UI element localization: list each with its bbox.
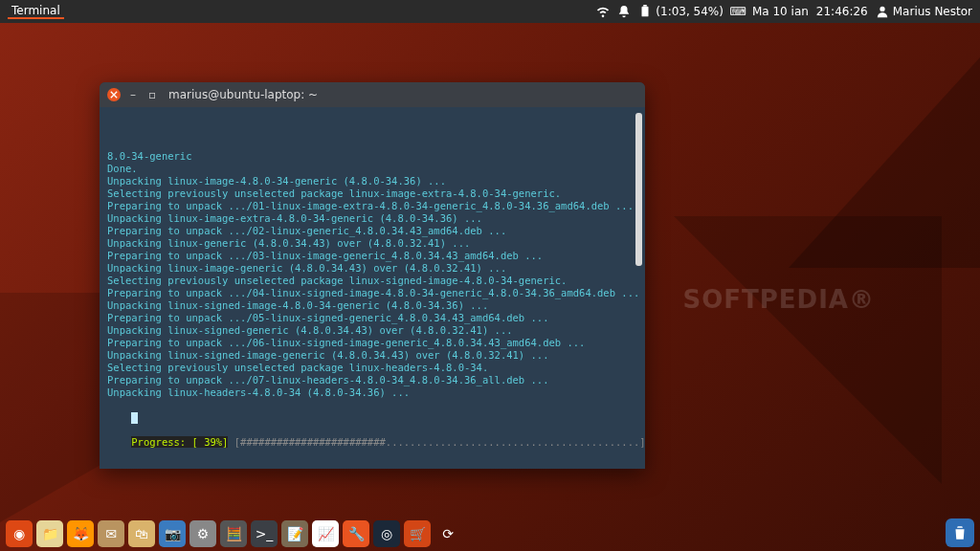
dock-firefox[interactable]: 🦊 xyxy=(67,520,94,547)
dock-terminal[interactable]: >_ xyxy=(251,520,278,547)
bell-icon xyxy=(617,5,631,18)
dock-updates[interactable]: ⟳ xyxy=(434,520,461,547)
terminal-line: Preparing to unpack .../02-linux-generic… xyxy=(107,225,632,237)
window-title: marius@ubuntu-laptop: ~ xyxy=(168,88,318,101)
terminal-line: Preparing to unpack .../01-linux-image-e… xyxy=(107,200,632,212)
dock-steam[interactable]: ◎ xyxy=(373,520,400,547)
dock-software[interactable]: 🛒 xyxy=(404,520,431,547)
window-maximize-button[interactable]: ▫ xyxy=(145,88,159,101)
terminal-window[interactable]: – ▫ marius@ubuntu-laptop: ~ 8.0-34-gener… xyxy=(100,82,645,469)
terminal-line: Unpacking linux-image-extra-4.8.0-34-gen… xyxy=(107,212,632,225)
user-menu[interactable]: Marius Nestor xyxy=(876,5,972,18)
terminal-line: Unpacking linux-signed-image-4.8.0-34-ge… xyxy=(107,299,632,312)
terminal-line: Preparing to unpack .../07-linux-headers… xyxy=(107,374,632,386)
battery-text: (1:03, 54%) xyxy=(656,5,724,18)
terminal-line: Selecting previously unselected package … xyxy=(107,187,632,200)
dock-system-monitor[interactable]: 📈 xyxy=(312,520,339,547)
terminal-output[interactable]: 8.0-34-genericDone.Unpacking linux-image… xyxy=(100,107,645,469)
trash-button[interactable] xyxy=(946,518,974,547)
battery-indicator[interactable]: (1:03, 54%) xyxy=(638,5,724,18)
window-titlebar[interactable]: – ▫ marius@ubuntu-laptop: ~ xyxy=(100,82,645,107)
dock-files[interactable]: 📁 xyxy=(36,520,63,547)
terminal-line: 8.0-34-generic xyxy=(107,150,632,163)
svg-rect-0 xyxy=(642,7,649,17)
terminal-line: Preparing to unpack .../04-linux-signed-… xyxy=(107,287,632,299)
user-avatar-icon xyxy=(876,5,889,18)
terminal-line: Selecting previously unselected package … xyxy=(107,362,632,374)
time-label[interactable]: 21:46:26 xyxy=(816,5,868,18)
dock-mail[interactable]: ✉ xyxy=(98,520,124,547)
terminal-line: Unpacking linux-signed-image-generic (4.… xyxy=(107,349,632,362)
terminal-line: Unpacking linux-generic (4.8.0.34.43) ov… xyxy=(107,237,632,250)
svg-point-2 xyxy=(880,7,884,11)
dock-screenshot[interactable]: 📷 xyxy=(159,520,186,547)
terminal-line: Preparing to unpack .../03-linux-image-g… xyxy=(107,250,632,262)
dock: ◉📁🦊✉🛍📷⚙🧮>_📝📈🔧◎🛒⟳ xyxy=(6,520,461,547)
dock-text-editor[interactable]: 📝 xyxy=(281,520,308,547)
wifi-icon xyxy=(596,5,610,18)
terminal-scrollbar[interactable] xyxy=(635,113,642,266)
terminal-line: Unpacking linux-headers-4.8.0-34 (4.8.0-… xyxy=(107,386,632,399)
notifications-indicator[interactable] xyxy=(617,5,631,18)
svg-rect-1 xyxy=(644,5,648,7)
terminal-line: Unpacking linux-signed-generic (4.8.0.34… xyxy=(107,324,632,337)
progress-bar: [########################...............… xyxy=(228,436,652,448)
progress-label: Progress: [ 39%] xyxy=(131,436,228,448)
dock-store[interactable]: 🛍 xyxy=(128,520,155,547)
window-close-button[interactable] xyxy=(107,88,121,101)
active-app-label[interactable]: Terminal xyxy=(8,4,64,19)
user-name: Marius Nestor xyxy=(893,5,972,18)
watermark: SOFTPEDIA® xyxy=(682,285,875,314)
keyboard-icon: ⌨ xyxy=(731,5,745,18)
battery-icon xyxy=(638,5,652,18)
dock-calculator[interactable]: 🧮 xyxy=(220,520,247,547)
top-bar: Terminal (1:03, 54%) ⌨ Ma 10 ian 21:46:2… xyxy=(0,0,980,23)
terminal-line: Done. xyxy=(107,163,632,175)
terminal-line: Preparing to unpack .../06-linux-signed-… xyxy=(107,337,632,349)
window-minimize-button[interactable]: – xyxy=(126,88,140,101)
terminal-line: Unpacking linux-image-generic (4.8.0.34.… xyxy=(107,262,632,275)
dock-settings[interactable]: ⚙ xyxy=(189,520,216,547)
date-label[interactable]: Ma 10 ian xyxy=(752,5,809,18)
terminal-line: Unpacking linux-image-4.8.0-34-generic (… xyxy=(107,175,632,187)
keyboard-indicator[interactable]: ⌨ xyxy=(731,5,745,18)
dock-show-apps[interactable]: ◉ xyxy=(6,520,33,547)
terminal-line: Preparing to unpack .../05-linux-signed-… xyxy=(107,312,632,324)
dock-utilities[interactable]: 🔧 xyxy=(343,520,369,547)
wallpaper-shape xyxy=(674,216,942,484)
terminal-cursor xyxy=(131,412,138,424)
terminal-line: Selecting previously unselected package … xyxy=(107,275,632,287)
wifi-indicator[interactable] xyxy=(596,5,610,18)
